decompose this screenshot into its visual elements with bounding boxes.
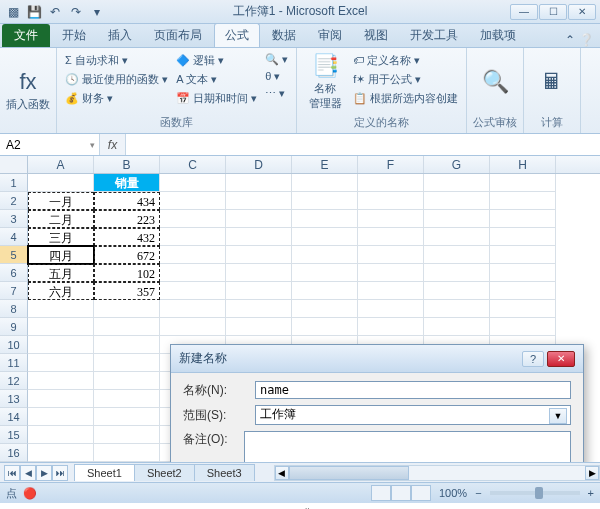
cell[interactable]	[226, 174, 292, 192]
cell[interactable]	[160, 210, 226, 228]
select-all-corner[interactable]	[0, 156, 28, 173]
cell[interactable]	[490, 174, 556, 192]
row-header[interactable]: 12	[0, 372, 28, 390]
cell[interactable]	[226, 264, 292, 282]
formula-input[interactable]	[126, 134, 600, 155]
cell[interactable]: 357	[94, 282, 160, 300]
cell[interactable]: 六月	[28, 282, 94, 300]
dialog-help-button[interactable]: ?	[522, 351, 544, 367]
cell[interactable]	[160, 282, 226, 300]
row-header[interactable]: 1	[0, 174, 28, 192]
row-header[interactable]: 7	[0, 282, 28, 300]
cell[interactable]	[292, 264, 358, 282]
cell[interactable]: 434	[94, 192, 160, 210]
cell[interactable]	[358, 210, 424, 228]
cell[interactable]	[490, 246, 556, 264]
cell[interactable]	[424, 210, 490, 228]
cell[interactable]: 四月	[28, 246, 94, 264]
row-header[interactable]: 14	[0, 408, 28, 426]
cell[interactable]	[28, 444, 94, 462]
recent-functions-button[interactable]: 🕓 最近使用的函数 ▾	[63, 71, 170, 88]
cell[interactable]	[490, 228, 556, 246]
cell[interactable]	[292, 318, 358, 336]
cell[interactable]	[292, 282, 358, 300]
text-button[interactable]: A 文本 ▾	[174, 71, 259, 88]
cell[interactable]	[160, 264, 226, 282]
cell[interactable]	[358, 282, 424, 300]
cell[interactable]	[490, 318, 556, 336]
tab-home[interactable]: 开始	[52, 24, 96, 47]
cell[interactable]	[28, 408, 94, 426]
cell[interactable]	[28, 354, 94, 372]
cell[interactable]	[358, 318, 424, 336]
cell[interactable]: 三月	[28, 228, 94, 246]
cell[interactable]	[28, 300, 94, 318]
ribbon-minimize-icon[interactable]: ⌃	[565, 33, 575, 47]
cell[interactable]	[94, 372, 160, 390]
cell[interactable]	[94, 426, 160, 444]
save-icon[interactable]: 💾	[25, 3, 43, 21]
zoom-in-button[interactable]: +	[588, 487, 594, 499]
row-header[interactable]: 13	[0, 390, 28, 408]
insert-function-button[interactable]: fx 插入函数	[6, 50, 50, 131]
cell[interactable]	[358, 264, 424, 282]
cell[interactable]	[226, 318, 292, 336]
cell[interactable]	[226, 300, 292, 318]
cell[interactable]	[94, 444, 160, 462]
calculation-button[interactable]: 🖩	[530, 50, 574, 114]
row-header[interactable]: 10	[0, 336, 28, 354]
cell[interactable]	[28, 426, 94, 444]
cell[interactable]: 102	[94, 264, 160, 282]
cell[interactable]	[292, 228, 358, 246]
tab-insert[interactable]: 插入	[98, 24, 142, 47]
cell[interactable]	[94, 318, 160, 336]
row-header[interactable]: 2	[0, 192, 28, 210]
math-button[interactable]: θ ▾	[263, 69, 290, 84]
tab-review[interactable]: 审阅	[308, 24, 352, 47]
column-header[interactable]: B	[94, 156, 160, 173]
dialog-close-button[interactable]: ✕	[547, 351, 575, 367]
cell[interactable]	[160, 228, 226, 246]
cell[interactable]	[424, 192, 490, 210]
zoom-slider[interactable]	[490, 491, 580, 495]
cell[interactable]	[28, 336, 94, 354]
cell[interactable]	[358, 192, 424, 210]
sheet-tab-3[interactable]: Sheet3	[194, 464, 255, 481]
comment-textarea[interactable]	[244, 431, 571, 462]
column-header[interactable]: C	[160, 156, 226, 173]
dialog-titlebar[interactable]: 新建名称 ? ✕	[171, 345, 583, 373]
sheet-tab-1[interactable]: Sheet1	[74, 464, 135, 481]
financial-button[interactable]: 💰 财务 ▾	[63, 90, 170, 107]
cell[interactable]	[424, 228, 490, 246]
cell[interactable]	[292, 210, 358, 228]
sheet-nav-first[interactable]: ⏮	[4, 465, 20, 481]
tab-addins[interactable]: 加载项	[470, 24, 526, 47]
row-header[interactable]: 3	[0, 210, 28, 228]
cell[interactable]	[490, 192, 556, 210]
zoom-out-button[interactable]: −	[475, 487, 481, 499]
cell[interactable]	[226, 282, 292, 300]
column-header[interactable]: E	[292, 156, 358, 173]
lookup-button[interactable]: 🔍 ▾	[263, 52, 290, 67]
cell[interactable]	[160, 192, 226, 210]
name-input[interactable]	[255, 381, 571, 399]
cell[interactable]	[226, 246, 292, 264]
hscroll-thumb[interactable]	[289, 466, 409, 480]
autosum-button[interactable]: Σ 自动求和 ▾	[63, 52, 170, 69]
column-header[interactable]: F	[358, 156, 424, 173]
macro-record-icon[interactable]: 🔴	[23, 487, 37, 500]
cell[interactable]	[424, 300, 490, 318]
undo-icon[interactable]: ↶	[46, 3, 64, 21]
qat-dropdown-icon[interactable]: ▾	[88, 3, 106, 21]
row-header[interactable]: 5	[0, 246, 28, 264]
cell[interactable]: 二月	[28, 210, 94, 228]
cell[interactable]	[94, 354, 160, 372]
cell[interactable]: 672	[94, 246, 160, 264]
cell[interactable]	[94, 390, 160, 408]
sheet-nav-prev[interactable]: ◀	[20, 465, 36, 481]
page-layout-view-button[interactable]	[391, 485, 411, 501]
row-header[interactable]: 16	[0, 444, 28, 462]
cell[interactable]: 一月	[28, 192, 94, 210]
sheet-nav-last[interactable]: ⏭	[52, 465, 68, 481]
cell[interactable]	[358, 300, 424, 318]
